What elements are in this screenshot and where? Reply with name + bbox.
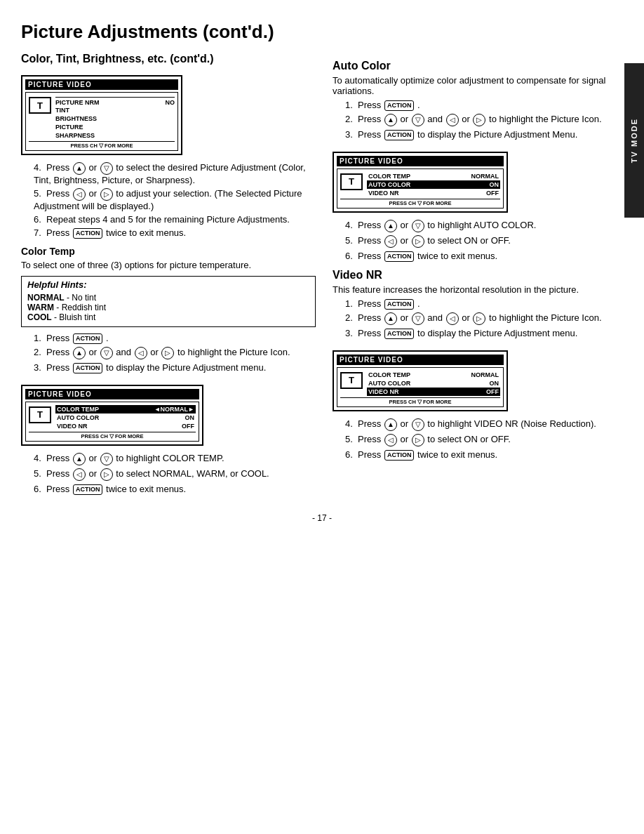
ct-step-1: 1. Press ACTION . [34, 333, 316, 344]
up-btn-ct4: ▲ [73, 453, 86, 465]
screen-ac-menu: COLOR TEMP NORMAL AUTO COLOR ON VIDEO NR [367, 172, 500, 197]
action-btn-vnr3: ACTION [384, 329, 415, 339]
ac-step-6: 6. Press ACTION twice to exit menus. [345, 251, 623, 262]
vnr-step-3: 3. Press ACTION to display the Picture A… [345, 328, 623, 339]
video-nr-title: Video NR [333, 269, 623, 282]
auto-color-steps-after: 4. Press ▲ or ▽ to highlight AUTO COLOR.… [345, 220, 623, 262]
left-btn-ct2: ◁ [135, 347, 147, 359]
screen-vnr-inner: T COLOR TEMP NORMAL AUTO COLOR [337, 367, 504, 407]
screen-ct-header: PICTURE VIDEO [25, 389, 199, 399]
left-arrow-btn-s5: ◁ [73, 188, 86, 201]
tv-mode-bar: TV MODE [624, 63, 644, 218]
two-column-layout: Color, Tint, Brightness, etc. (cont'd.) … [21, 53, 623, 501]
up-btn-ac2: ▲ [384, 114, 397, 126]
screen1-item-sharpness: SHARPNESS [55, 131, 175, 140]
left-column: Color, Tint, Brightness, etc. (cont'd.) … [21, 53, 316, 501]
screen1-footer: PRESS CH ▽ FOR MORE [29, 141, 175, 149]
auto-color-title: Auto Color [333, 60, 623, 72]
hint-cool: COOL - Bluish tint [27, 312, 309, 322]
screen-vnr-menu: COLOR TEMP NORMAL AUTO COLOR ON VIDEO NR [367, 371, 500, 396]
ac-menu-row-2: AUTO COLOR ON [367, 180, 500, 189]
auto-color-section: Auto Color To automatically optimize col… [333, 60, 623, 262]
color-temp-title: Color Temp [21, 246, 316, 257]
ac-step-2: 2. Press ▲ or ▽ and ◁ or ▷ to highlight … [345, 114, 623, 126]
action-btn-s7: ACTION [73, 228, 103, 239]
vnr-step-5: 5. Press ◁ or ▷ to select ON or OFF. [345, 434, 623, 446]
step-4: 4. Press ▲ or ▽ to select the desired Pi… [34, 162, 316, 185]
color-temp-intro: To select one of three (3) options for p… [21, 260, 316, 270]
ct-menu-row-1: COLOR TEMP ◄NORMAL► [55, 405, 196, 413]
right-btn-ac2: ▷ [473, 114, 485, 126]
color-temp-section: Color Temp To select one of three (3) op… [21, 246, 316, 495]
action-btn-vnr6: ACTION [384, 450, 415, 461]
ct-step-6: 6. Press ACTION twice to exit menus. [34, 484, 316, 495]
screen1-tv-icon: T [29, 97, 51, 114]
right-btn-ac5: ▷ [412, 235, 424, 248]
ac-step-4: 4. Press ▲ or ▽ to highlight AUTO COLOR. [345, 220, 623, 232]
left-btn-ac5: ◁ [384, 235, 397, 248]
ct-step-3: 3. Press ACTION to display the Picture A… [34, 362, 316, 373]
left-btn-ct5: ◁ [73, 468, 86, 481]
right-arrow-btn-s5: ▷ [100, 188, 113, 201]
ct-menu-row-3: VIDEO NR OFF [55, 422, 196, 430]
screen-ac-header: PICTURE VIDEO [337, 156, 504, 166]
action-btn-ac6: ACTION [384, 251, 415, 262]
screen-ct-inner: T COLOR TEMP ◄NORMAL► AUTO COLOR [25, 402, 199, 442]
page-number: - 17 - [21, 513, 623, 523]
up-btn-ct2: ▲ [73, 347, 86, 359]
ac-step-1: 1. Press ACTION . [345, 100, 623, 111]
action-btn-vnr1: ACTION [384, 299, 415, 310]
right-btn-vnr5: ▷ [412, 434, 424, 446]
down-arrow-btn: ▽ [100, 162, 113, 175]
down-btn-vnr4: ▽ [412, 418, 424, 431]
right-btn-ct2: ▷ [161, 347, 174, 359]
screen-ct-menu: COLOR TEMP ◄NORMAL► AUTO COLOR ON VIDEO … [55, 405, 196, 430]
screen-vnr-header: PICTURE VIDEO [337, 355, 504, 365]
action-btn-ac1: ACTION [384, 100, 415, 111]
up-btn-vnr4: ▲ [384, 418, 397, 431]
auto-color-intro: To automatically optimize color adjustme… [333, 75, 623, 96]
ac-menu-row-3: VIDEO NR OFF [367, 189, 500, 197]
hint-warm: WARM - Reddish tint [27, 303, 309, 312]
vnr-step-2: 2. Press ▲ or ▽ and ◁ or ▷ to highlight … [345, 312, 623, 325]
up-btn-vnr2: ▲ [384, 312, 397, 325]
screen-vnr-tv-icon: T [340, 372, 363, 389]
video-nr-intro: This feature increases the horizontal re… [333, 284, 623, 295]
screen1-menu-title: PICTURE NRM NO [55, 97, 175, 106]
down-btn-ac4: ▽ [412, 220, 424, 232]
video-nr-steps-after: 4. Press ▲ or ▽ to highlight VIDEO NR (N… [345, 418, 623, 461]
step-5: 5. Press ◁ or ▷ to adjust your selection… [34, 188, 316, 211]
left-btn-vnr2: ◁ [446, 312, 459, 325]
color-temp-steps-after: 4. Press ▲ or ▽ to highlight COLOR TEMP.… [34, 453, 316, 495]
left-btn-vnr5: ◁ [384, 434, 397, 446]
action-btn-ct1: ACTION [73, 333, 103, 344]
right-btn-vnr2: ▷ [473, 312, 485, 325]
screen-ct-footer: PRESS CH ▽ FOR MORE [29, 432, 196, 439]
right-column: Auto Color To automatically optimize col… [333, 53, 623, 501]
screen-vnr: PICTURE VIDEO T COLOR TEMP NORMAL [333, 350, 508, 411]
vnr-step-6: 6. Press ACTION twice to exit menus. [345, 449, 623, 461]
vnr-menu-row-3: VIDEO NR OFF [367, 388, 500, 396]
screen-ac-inner: T COLOR TEMP NORMAL AUTO COLOR [337, 168, 504, 208]
steps-4-7: 4. Press ▲ or ▽ to select the desired Pi… [34, 162, 316, 239]
screen1-inner: T PICTURE NRM NO TINT BRIGHTNESS PICTURE… [25, 92, 178, 151]
action-btn-ct3: ACTION [73, 363, 103, 373]
screen-ct-tv-icon: T [29, 406, 51, 423]
video-nr-section: Video NR This feature increases the hori… [333, 269, 623, 461]
screen-mockup-1: PICTURE VIDEO T PICTURE NRM NO TINT B [21, 75, 182, 155]
hint-title: Helpful Hints: [27, 279, 309, 290]
hint-box: Helpful Hints: NORMAL - No tint WARM - R… [21, 276, 316, 327]
screen-vnr-footer: PRESS CH ▽ FOR MORE [340, 397, 500, 405]
up-btn-ac4: ▲ [384, 220, 397, 232]
page-title: Picture Adjustments (cont'd.) [21, 21, 623, 43]
auto-color-steps: 1. Press ACTION . 2. Press ▲ or ▽ and ◁ … [345, 100, 623, 140]
screen1-item-tint: TINT [55, 106, 175, 114]
screen-ac-footer: PRESS CH ▽ FOR MORE [340, 199, 500, 206]
step-6: 6. Repeat steps 4 and 5 for the remainin… [34, 214, 316, 225]
screen-mockup-ct: PICTURE VIDEO T COLOR TEMP ◄NORMAL► [21, 385, 203, 446]
screen1-item-brightness: BRIGHTNESS [55, 114, 175, 123]
vnr-step-1: 1. Press ACTION . [345, 298, 623, 310]
ct-menu-row-2: AUTO COLOR ON [55, 413, 196, 422]
step-7: 7. Press ACTION twice to exit menus. [34, 227, 316, 239]
tv-mode-label: TV MODE [630, 118, 638, 163]
